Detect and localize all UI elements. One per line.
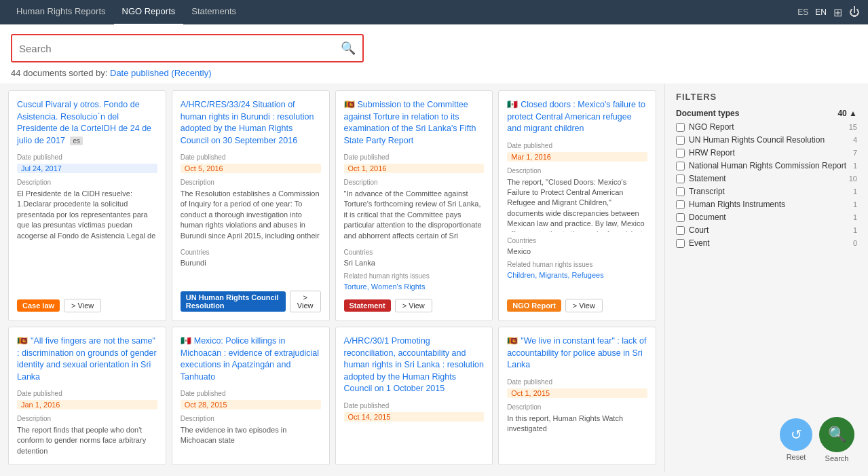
main-layout: Cuscul Pivaral y otros. Fondo de Asisten…	[0, 84, 868, 472]
sort-label: documents sorted by:	[23, 68, 110, 78]
card-rhi-label: Related human rights issues	[344, 272, 485, 280]
filter-count-8: 1	[853, 226, 857, 234]
fab-reset-button[interactable]: ↺	[780, 418, 812, 451]
filter-count-6: 1	[853, 200, 857, 208]
card-countries-label: Countries	[181, 249, 321, 256]
card-badge[interactable]: Statement	[344, 299, 391, 312]
card-description: In this report, Human Rights Watch inves…	[507, 414, 647, 435]
card-desc-label: Description	[181, 179, 321, 186]
cards-row-2: 🇱🇰"All five fingers are not the same" : …	[8, 327, 656, 465]
lang-es[interactable]: ES	[797, 7, 808, 17]
card-flag: 🇲🇽	[507, 100, 518, 109]
nav-ngo-reports[interactable]: NGO Reports	[114, 0, 184, 25]
card-date-label: Date published	[17, 390, 157, 397]
filter-checkbox-1[interactable]	[676, 136, 685, 145]
sort-link[interactable]: Date published (Recently)	[110, 68, 212, 78]
card-desc-label: Description	[344, 179, 485, 186]
filter-checkbox-6[interactable]	[676, 200, 685, 209]
card-title-link[interactable]: Mexico: Police killings in Michoacán : e…	[181, 336, 319, 382]
card-badge[interactable]: UN Human Rights Council Resolution	[181, 291, 286, 312]
filter-checkbox-8[interactable]	[676, 226, 685, 235]
card-title-link[interactable]: A/HRC/30/1 Promoting reconciliation, acc…	[344, 336, 484, 393]
card-date-label: Date published	[507, 142, 647, 149]
card-title: A/HRC/RES/33/24 Situation of human right…	[181, 99, 321, 147]
card-date: Jan 1, 2016	[17, 400, 157, 409]
card-description: "In advance of the Committee against Tor…	[344, 189, 485, 243]
fab-reset-wrap: ↺ Reset	[780, 418, 812, 461]
card-title-link[interactable]: Cuscul Pivaral y otros. Fondo de Asisten…	[17, 100, 151, 145]
search-button[interactable]: 🔍	[341, 41, 356, 56]
fab-search-button[interactable]: 🔍	[819, 417, 854, 452]
card-description: The report, "Closed Doors: Mexico's Fail…	[507, 177, 647, 232]
filters-title: FILTERS	[676, 92, 857, 102]
filter-checkbox-7[interactable]	[676, 213, 685, 222]
card-footer: UN Human Rights Council Resolution> View	[181, 285, 321, 312]
card-card7: A/HRC/30/1 Promoting reconciliation, acc…	[335, 327, 493, 465]
card-view-button[interactable]: > View	[64, 299, 101, 312]
card-title-link[interactable]: "We live in constant fear" : lack of acc…	[507, 336, 646, 369]
filter-item: NGO Report15	[676, 122, 857, 132]
sort-line: 44 documents sorted by: Date published (…	[0, 62, 868, 84]
filter-section-title: Document types 40 ▲	[676, 109, 857, 118]
card-date: Oct 5, 2016	[181, 164, 321, 173]
filter-checkbox-0[interactable]	[676, 123, 685, 132]
filter-count-7: 1	[853, 213, 857, 221]
card-title-link[interactable]: A/HRC/RES/33/24 Situation of human right…	[181, 100, 314, 145]
lang-en[interactable]: EN	[815, 7, 827, 17]
power-icon[interactable]: ⏻	[849, 6, 860, 18]
filter-checkbox-3[interactable]	[676, 162, 685, 170]
card-title: 🇲🇽Closed doors : Mexico's failure to pro…	[507, 99, 647, 135]
filter-count-3: 1	[853, 162, 857, 170]
filter-section-doctypes: Document types 40 ▲ NGO Report15UN Human…	[676, 109, 857, 248]
card-badge[interactable]: NGO Report	[507, 299, 561, 312]
filter-item: Document1	[676, 213, 857, 222]
card-countries: Burundi	[181, 259, 321, 267]
card-footer: Case law> View	[17, 293, 157, 312]
card-badge[interactable]: Case law	[17, 299, 60, 312]
filter-label-2: HRW Report	[689, 148, 735, 158]
card-card5: 🇱🇰"All five fingers are not the same" : …	[8, 327, 166, 465]
card-view-button[interactable]: > View	[395, 299, 432, 312]
search-input[interactable]	[19, 43, 341, 54]
card-card1: Cuscul Pivaral y otros. Fondo de Asisten…	[8, 90, 166, 321]
filter-section-label: Document types	[676, 109, 739, 118]
card-card4: 🇲🇽Closed doors : Mexico's failure to pro…	[498, 90, 656, 321]
card-date: Oct 1, 2015	[507, 388, 647, 398]
filter-checkbox-4[interactable]	[676, 175, 685, 183]
filter-label-6: Human Rights Instruments	[689, 200, 785, 209]
card-desc-label: Description	[507, 167, 647, 175]
doc-count: 44	[11, 68, 20, 78]
card-flag: 🇲🇽	[181, 336, 191, 346]
card-title-link[interactable]: Closed doors : Mexico's failure to prote…	[507, 100, 645, 133]
filter-item: Statement10	[676, 174, 857, 183]
card-flag: 🇱🇰	[344, 100, 355, 109]
grid-icon[interactable]: ⊞	[833, 6, 842, 19]
filter-checkbox-5[interactable]	[676, 187, 685, 196]
card-description: The evidence in two episodes in Michoaca…	[181, 425, 321, 446]
cards-row-1: Cuscul Pivaral y otros. Fondo de Asisten…	[8, 90, 656, 321]
card-desc-label: Description	[17, 415, 157, 422]
filter-checkbox-9[interactable]	[676, 239, 685, 248]
search-area: 🔍	[0, 24, 868, 62]
card-card6: 🇲🇽Mexico: Police killings in Michoacán :…	[172, 327, 330, 465]
filter-label-7: Document	[689, 213, 726, 222]
card-view-button[interactable]: > View	[565, 299, 603, 312]
filter-item: Human Rights Instruments1	[676, 200, 857, 209]
card-view-button[interactable]: > View	[290, 291, 321, 312]
filter-item: National Human Rights Commission Report1	[676, 161, 857, 170]
card-desc-label: Description	[181, 415, 321, 422]
filter-checkbox-2[interactable]	[676, 149, 685, 158]
navbar: Human Rights Reports NGO Reports Stateme…	[0, 0, 868, 24]
card-date-label: Date published	[507, 378, 647, 386]
filter-expand-icon[interactable]: ▲	[849, 109, 857, 118]
nav-statements[interactable]: Statements	[183, 0, 244, 25]
filter-label-4: Statement	[689, 174, 726, 183]
nav-human-rights-reports[interactable]: Human Rights Reports	[8, 0, 114, 25]
card-date: Oct 1, 2016	[344, 164, 485, 173]
fab-reset-label: Reset	[787, 453, 806, 461]
card-title-link[interactable]: Submission to the Committee against Tort…	[344, 100, 476, 145]
es-badge: es	[70, 136, 83, 145]
card-countries-label: Countries	[507, 237, 647, 244]
card-title: 🇱🇰"All five fingers are not the same" : …	[17, 335, 157, 383]
card-title-link[interactable]: "All five fingers are not the same" : di…	[17, 336, 157, 382]
